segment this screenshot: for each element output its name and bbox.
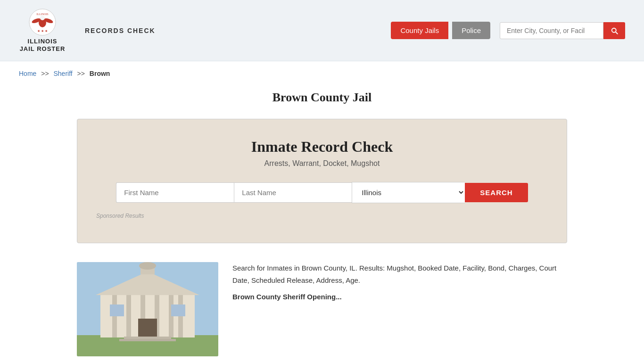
courthouse-svg (77, 262, 218, 356)
breadcrumb-sheriff[interactable]: Sheriff (54, 70, 73, 77)
inmate-search-button[interactable]: SEARCH (465, 183, 528, 202)
header-search-input[interactable] (500, 22, 603, 39)
page-title: Brown County Jail (0, 90, 644, 105)
search-icon (610, 26, 619, 35)
building-image (77, 262, 218, 356)
bottom-section: Search for Inmates in Brown County, IL. … (77, 262, 567, 362)
sponsored-label: Sponsored Results (96, 213, 548, 219)
svg-rect-19 (171, 304, 185, 316)
svg-point-23 (139, 262, 156, 270)
police-button[interactable]: Police (452, 22, 490, 39)
breadcrumb-sep2: >> (77, 70, 85, 77)
svg-rect-20 (124, 337, 171, 339)
bottom-text: Search for Inmates in Brown County, IL. … (232, 262, 567, 308)
header-search (500, 22, 625, 39)
breadcrumb: Home >> Sheriff >> Brown (0, 61, 644, 82)
svg-rect-21 (119, 339, 176, 341)
svg-text:ILLINOIS: ILLINOIS (36, 13, 48, 16)
breadcrumb-current: Brown (90, 70, 110, 77)
logo-text: ILLINOIS JAIL ROSTER (20, 38, 66, 52)
breadcrumb-sep1: >> (41, 70, 49, 77)
inmate-check-box: Inmate Record Check Arrests, Warrant, Do… (77, 119, 567, 243)
breadcrumb-home[interactable]: Home (19, 70, 36, 77)
svg-rect-17 (138, 319, 157, 337)
last-name-input[interactable] (234, 182, 352, 203)
svg-text:★ ★ ★: ★ ★ ★ (37, 29, 48, 33)
site-header: ★ ★ ★ ILLINOIS ILLINOIS JAIL ROSTER RECO… (0, 0, 644, 61)
svg-rect-18 (110, 304, 124, 316)
inmate-search-row: Illinois SEARCH (96, 182, 548, 203)
logo: ★ ★ ★ ILLINOIS ILLINOIS JAIL ROSTER (19, 8, 66, 52)
main-content: Inmate Record Check Arrests, Warrant, Do… (58, 119, 586, 362)
inmate-check-title: Inmate Record Check (96, 138, 548, 156)
records-check-label: RECORDS CHECK (85, 27, 156, 34)
state-select[interactable]: Illinois (352, 182, 465, 203)
header-nav: County Jails Police (391, 22, 625, 39)
svg-rect-12 (126, 295, 131, 337)
county-jails-button[interactable]: County Jails (391, 22, 448, 39)
first-name-input[interactable] (116, 182, 234, 203)
header-search-button[interactable] (603, 22, 625, 39)
svg-point-4 (40, 16, 45, 20)
logo-icon: ★ ★ ★ ILLINOIS (29, 8, 56, 36)
bottom-description: Search for Inmates in Brown County, IL. … (232, 262, 567, 286)
inmate-check-subtitle: Arrests, Warrant, Docket, Mugshot (96, 159, 548, 168)
sheriff-heading: Brown County Sheriff Opening... (232, 291, 567, 303)
